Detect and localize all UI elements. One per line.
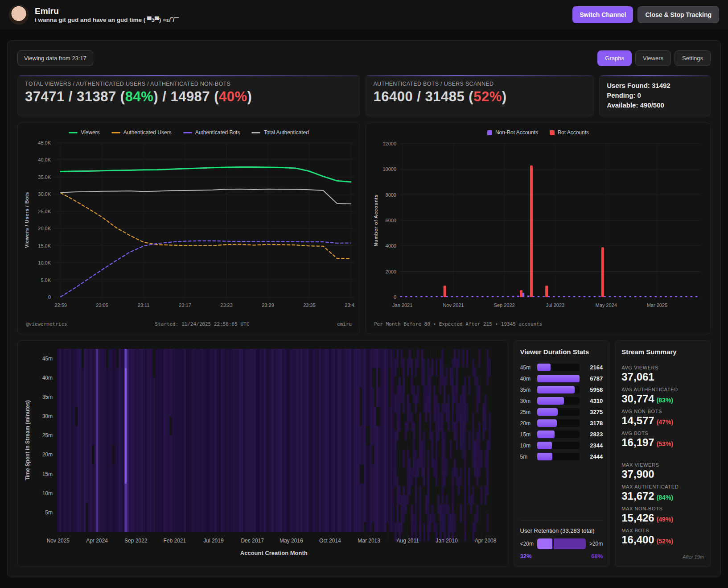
svg-text:23:17: 23:17 [179, 302, 191, 308]
legend-item[interactable]: Authenticated Users [111, 129, 172, 136]
viewers-stat-value: 37471 / 31387 (84%) / 14987 (40%) [25, 89, 353, 105]
svg-text:Dec 2017: Dec 2017 [241, 538, 264, 544]
stream-summary-panel: Stream Summary AVG VIEWERS37,061AVG AUTH… [615, 340, 711, 567]
chart-channel: emiru [337, 321, 352, 327]
svg-text:20m: 20m [42, 452, 53, 458]
summary-pct: (53%) [657, 440, 673, 447]
users-found-text: Users Found: 31492 [607, 81, 703, 91]
duration-value: 3178 [584, 420, 603, 427]
tab-graphs[interactable]: Graphs [597, 50, 632, 66]
svg-text:35m: 35m [42, 394, 53, 400]
legend-item[interactable]: Bot Accounts [550, 129, 589, 136]
svg-text:40.0K: 40.0K [38, 157, 51, 163]
duration-bar-fill [537, 431, 555, 438]
summary-value: 16,197(53%) [621, 436, 704, 449]
viewing-data-button[interactable]: Viewing data from 23:17 [17, 50, 93, 66]
summary-value: 37,061 [621, 370, 704, 384]
legend-item[interactable]: Viewers [69, 129, 99, 136]
app-header: Emiru i wanna git gud and have an gud ti… [0, 0, 728, 29]
legend-label: Non-Bot Accounts [495, 129, 538, 136]
svg-text:0: 0 [394, 294, 396, 300]
svg-text:12000: 12000 [383, 141, 396, 146]
legend-swatch [251, 132, 260, 133]
bots-stat-card: AUTHENTICATED BOTS / USERS SCANNED 16400… [366, 75, 594, 116]
svg-text:Apr 2024: Apr 2024 [86, 538, 108, 544]
summary-pct: (84%) [657, 494, 673, 501]
legend-swatch [69, 132, 78, 133]
duration-row: 5m2444 [520, 451, 603, 462]
duration-value: 2344 [584, 442, 603, 449]
summary-label: AVG AUTHENTICATED [621, 387, 704, 392]
retention-left-pct: 32% [520, 553, 532, 559]
svg-text:30.0K: 30.0K [38, 192, 51, 197]
svg-text:15m: 15m [42, 471, 53, 477]
duration-row: 30m4310 [520, 395, 603, 406]
viewers-line-chart-panel: ViewersAuthenticated UsersAuthenticated … [17, 123, 360, 334]
tab-viewers[interactable]: Viewers [635, 50, 671, 66]
retention-section: User Retention (33,283 total) <20m >20m … [520, 521, 603, 559]
summary-value: 31,672(84%) [621, 489, 704, 503]
svg-text:8000: 8000 [386, 192, 396, 198]
svg-text:10m: 10m [42, 490, 53, 497]
chart-start-time: Started: 11/24/2025 22:58:05 UTC [155, 321, 249, 327]
duration-heatmap-chart: 5m10m15m20m25m30m35m40m45mNov 2025Apr 20… [21, 344, 504, 563]
dashboard-card: Viewing data from 23:17 GraphsViewersSet… [7, 40, 721, 577]
legend-item[interactable]: Authenticated Bots [183, 129, 240, 136]
summary-pct: (49%) [657, 516, 673, 523]
summary-rows: AVG VIEWERS37,061AVG AUTHENTICATED30,774… [621, 362, 704, 547]
accounts-bar-chart: 020004000600080001000012000Jan 2021Nov 2… [370, 138, 706, 319]
duration-value: 6787 [584, 375, 603, 382]
svg-text:10000: 10000 [383, 167, 396, 172]
svg-text:Jan 2021: Jan 2021 [392, 302, 412, 308]
tab-settings[interactable]: Settings [675, 50, 711, 66]
svg-text:40m: 40m [42, 375, 53, 381]
svg-text:5.0K: 5.0K [41, 277, 51, 283]
legend-label: Authenticated Bots [195, 129, 240, 136]
svg-text:23:29: 23:29 [262, 302, 274, 308]
svg-text:Feb 2021: Feb 2021 [163, 538, 186, 544]
accounts-bar-chart-panel: Non-Bot AccountsBot Accounts 02000400060… [366, 123, 711, 334]
svg-text:Sep 2022: Sep 2022 [124, 538, 148, 544]
chart-credit: @viewermetrics [26, 321, 67, 327]
duration-row: 35m5958 [520, 384, 603, 395]
svg-text:2000: 2000 [386, 269, 396, 274]
svg-text:4000: 4000 [386, 244, 396, 249]
legend-swatch [550, 130, 555, 135]
available-text: Available: 490/500 [607, 100, 703, 110]
duration-row: 15m2823 [520, 429, 603, 440]
summary-value: 16,400(52%) [621, 533, 704, 547]
retention-right-label: >20m [589, 541, 603, 547]
duration-label: 5m [520, 454, 536, 460]
svg-text:23:23: 23:23 [220, 302, 233, 308]
duration-bar-fill [537, 375, 580, 382]
duration-label: 40m [520, 376, 536, 382]
svg-text:Oct 2014: Oct 2014 [319, 538, 341, 544]
retention-under20-segment [537, 538, 552, 549]
duration-bar-fill [537, 453, 552, 460]
summary-footnote: After 19m [621, 554, 704, 559]
svg-text:Aug 2011: Aug 2011 [396, 538, 419, 544]
duration-bar-fill [537, 364, 551, 371]
duration-label: 15m [520, 431, 536, 438]
duration-row: 40m6787 [520, 373, 603, 384]
svg-text:Account Creation Month: Account Creation Month [240, 550, 308, 556]
duration-bar-track [537, 397, 580, 405]
summary-label: AVG BOTS [621, 431, 704, 436]
legend-item[interactable]: Total Authenticated [251, 129, 308, 136]
legend-item[interactable]: Non-Bot Accounts [487, 129, 538, 136]
duration-value: 5958 [584, 386, 603, 393]
bots-stat-label: AUTHENTICATED BOTS / USERS SCANNED [373, 81, 586, 87]
svg-text:23:05: 23:05 [96, 302, 108, 308]
close-stop-tracking-button[interactable]: Close & Stop Tracking [638, 6, 719, 23]
duration-row: 20m3178 [520, 418, 603, 429]
retention-over20-segment [554, 538, 586, 549]
switch-channel-button[interactable]: Switch Channel [572, 6, 633, 23]
duration-bar-fill [537, 408, 558, 416]
legend-label: Bot Accounts [558, 129, 589, 136]
svg-text:Viewers / Users / Bots: Viewers / Users / Bots [24, 192, 29, 248]
line-chart-legend: ViewersAuthenticated UsersAuthenticated … [22, 127, 355, 138]
svg-text:Nov 2025: Nov 2025 [47, 538, 70, 544]
retention-bar [537, 538, 586, 549]
svg-text:22:59: 22:59 [54, 302, 67, 308]
svg-text:45m: 45m [42, 356, 53, 362]
